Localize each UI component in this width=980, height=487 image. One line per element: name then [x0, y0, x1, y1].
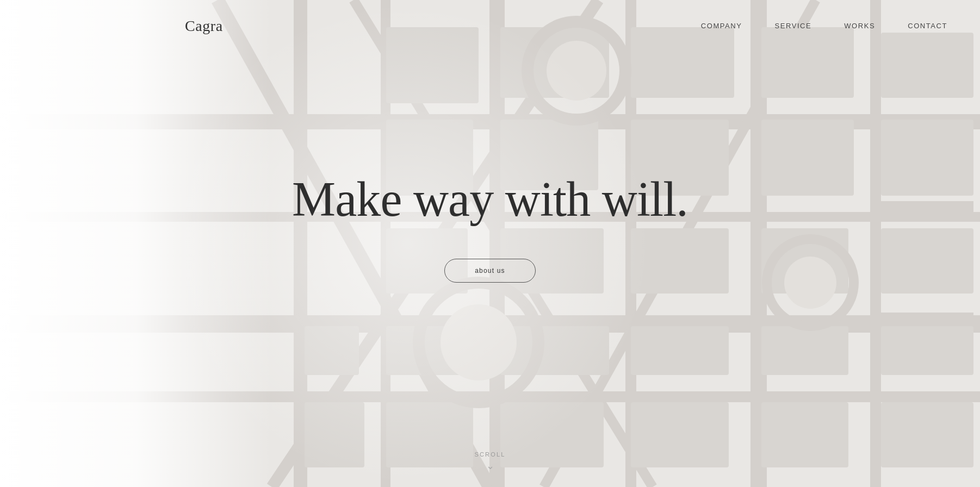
nav-service[interactable]: SERVICE — [775, 22, 812, 30]
nav: COMPANY SERVICE WORKS CONTACT — [701, 22, 947, 30]
logo[interactable]: Cagra — [185, 17, 223, 35]
hero-section: Make way with will. about us — [0, 0, 980, 487]
nav-contact[interactable]: CONTACT — [908, 22, 947, 30]
chevron-down-icon: ⌄ — [486, 461, 494, 471]
hero-title: Make way with will. — [292, 172, 688, 226]
about-us-button[interactable]: about us — [444, 259, 536, 283]
scroll-label: SCROLL — [474, 451, 505, 458]
header: Cagra COMPANY SERVICE WORKS CONTACT — [0, 0, 980, 52]
nav-company[interactable]: COMPANY — [701, 22, 742, 30]
scroll-indicator: SCROLL ⌄ — [474, 451, 505, 471]
nav-works[interactable]: WORKS — [844, 22, 875, 30]
